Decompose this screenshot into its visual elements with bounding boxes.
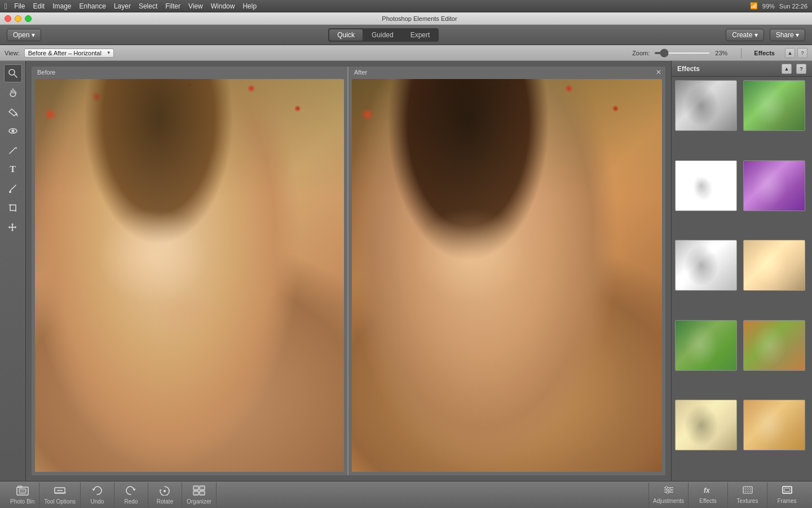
svg-point-16: [164, 490, 166, 492]
textures-tool[interactable]: Textures: [727, 483, 767, 507]
view-label: View:: [5, 50, 20, 56]
effect-thumbnail-sepia[interactable]: [743, 240, 805, 291]
rotate-tool[interactable]: Rotate: [148, 483, 182, 507]
clock: Sun 22:26: [779, 3, 807, 10]
pencil-tool[interactable]: [4, 141, 22, 159]
undo-label: Undo: [91, 498, 104, 505]
tool-options-label: Tool Options: [44, 498, 76, 505]
text-tool[interactable]: T: [4, 160, 22, 178]
toolbox: T: [0, 61, 26, 481]
frames-icon: [782, 485, 793, 497]
effects-panel: Effects ▲ ?: [671, 61, 812, 481]
view-dropdown[interactable]: Before & After – Horizontal Before & Aft…: [24, 49, 114, 58]
menu-item-help[interactable]: Help: [242, 2, 257, 10]
svg-rect-35: [784, 488, 790, 492]
svg-line-1: [14, 75, 17, 77]
maximize-window-button[interactable]: [25, 15, 32, 22]
tab-expert[interactable]: Expert: [403, 29, 438, 41]
svg-rect-7: [10, 205, 16, 211]
before-panel: Before: [32, 67, 348, 475]
photo-bin-label: Photo Bin: [10, 498, 34, 505]
create-button[interactable]: Create ▾: [726, 29, 764, 41]
effect-thumbnail-vintage-green[interactable]: [675, 320, 737, 371]
zoom-label: Zoom:: [632, 50, 650, 56]
menu-item-file[interactable]: File: [14, 2, 25, 10]
effect-thumbnail-sketch[interactable]: [675, 160, 737, 211]
menu-item-select[interactable]: Select: [139, 2, 157, 10]
effects-panel-header: Effects ▲ ?: [672, 61, 812, 77]
svg-point-24: [665, 487, 668, 489]
red-eye-tool[interactable]: [4, 122, 22, 140]
panel-icons: ▲ ?: [785, 48, 807, 58]
svg-rect-17: [193, 486, 198, 490]
tab-guided[interactable]: Guided: [364, 29, 401, 41]
zoom-tool[interactable]: [4, 64, 22, 82]
tool-options-tool[interactable]: Tool Options: [39, 483, 81, 507]
bottom-right-tools: Adjustments fx Effects Textu: [648, 483, 806, 507]
organizer-label: Organizer: [187, 498, 211, 505]
frames-tool[interactable]: Frames: [767, 483, 806, 507]
adjustments-tool[interactable]: Adjustments: [648, 483, 688, 507]
crop-tool[interactable]: [4, 199, 22, 217]
effects-header-icon1[interactable]: ▲: [782, 64, 792, 74]
menu-item-layer[interactable]: Layer: [114, 2, 131, 10]
windowbar: Photoshop Elements Editor: [0, 12, 812, 25]
menu-item-enhance[interactable]: Enhance: [80, 2, 106, 10]
effect-thumbnail-purple[interactable]: [743, 160, 805, 211]
menu-item-view[interactable]: View: [188, 2, 203, 10]
svg-rect-18: [200, 486, 205, 490]
share-button[interactable]: Share ▾: [770, 29, 805, 41]
zoom-slider[interactable]: [654, 52, 710, 54]
titlebar:  File Edit Image Enhance Layer Select F…: [0, 0, 812, 12]
redo-icon: [125, 485, 137, 497]
canvas-close-button[interactable]: ✕: [654, 68, 663, 77]
svg-point-25: [669, 489, 671, 491]
effect-thumbnail-cool-sepia[interactable]: [675, 400, 737, 450]
adjustments-label: Adjustments: [653, 498, 684, 504]
after-highlight: [352, 79, 662, 472]
titlebar-right: 📶 99% Sun 22:26: [750, 2, 807, 10]
panel-icon-help[interactable]: ?: [797, 48, 807, 58]
after-label: After: [354, 69, 367, 76]
effect-thumbnail-soft-bw[interactable]: [675, 240, 737, 291]
minimize-window-button[interactable]: [15, 15, 21, 22]
organizer-tool[interactable]: Organizer: [182, 483, 217, 507]
tab-quick[interactable]: Quick: [329, 29, 363, 41]
main-toolbar: Open ▾ Quick Guided Expert Create ▾ Shar…: [0, 25, 812, 45]
view-dropdown-wrapper: Before & After – Horizontal Before & Aft…: [24, 49, 114, 58]
menu-item-image[interactable]: Image: [52, 2, 71, 10]
textures-icon: [742, 485, 753, 497]
menu-item-filter[interactable]: Filter: [165, 2, 180, 10]
adjustments-icon: [663, 485, 674, 497]
redo-tool[interactable]: Redo: [114, 483, 148, 507]
redo-label: Redo: [125, 498, 138, 505]
panel-icon-up[interactable]: ▲: [785, 48, 795, 58]
svg-point-6: [9, 191, 11, 193]
effects-bottom-tool[interactable]: fx Effects: [688, 483, 727, 507]
effects-header-icon2[interactable]: ?: [796, 64, 806, 74]
options-bar: View: Before & After – Horizontal Before…: [0, 45, 812, 61]
move-tool[interactable]: [4, 218, 22, 236]
photo-bin-tool[interactable]: Photo Bin: [6, 483, 39, 507]
effects-label: Effects: [699, 498, 716, 504]
apple-logo-icon[interactable]: : [5, 2, 7, 11]
effect-thumbnail-warm2[interactable]: [743, 400, 805, 450]
close-window-button[interactable]: [5, 15, 11, 22]
hand-tool[interactable]: [4, 84, 22, 102]
before-photo: [35, 79, 344, 472]
menu-item-edit[interactable]: Edit: [33, 2, 45, 10]
effect-thumbnail-orange-green[interactable]: [743, 320, 805, 371]
brush-tool[interactable]: [4, 179, 22, 198]
traffic-lights: [5, 15, 32, 22]
effects-grid: [672, 77, 812, 481]
svg-point-26: [667, 491, 669, 493]
before-highlight: [35, 79, 344, 472]
svg-rect-12: [19, 489, 26, 493]
effect-thumbnail-color1[interactable]: [743, 80, 805, 131]
undo-tool[interactable]: Undo: [81, 483, 114, 507]
zoom-percent: 23%: [715, 50, 732, 56]
menu-item-window[interactable]: Window: [211, 2, 235, 10]
open-button[interactable]: Open ▾: [7, 29, 41, 41]
quick-select-tool[interactable]: [4, 103, 22, 121]
effect-thumbnail-bw[interactable]: [675, 80, 737, 131]
